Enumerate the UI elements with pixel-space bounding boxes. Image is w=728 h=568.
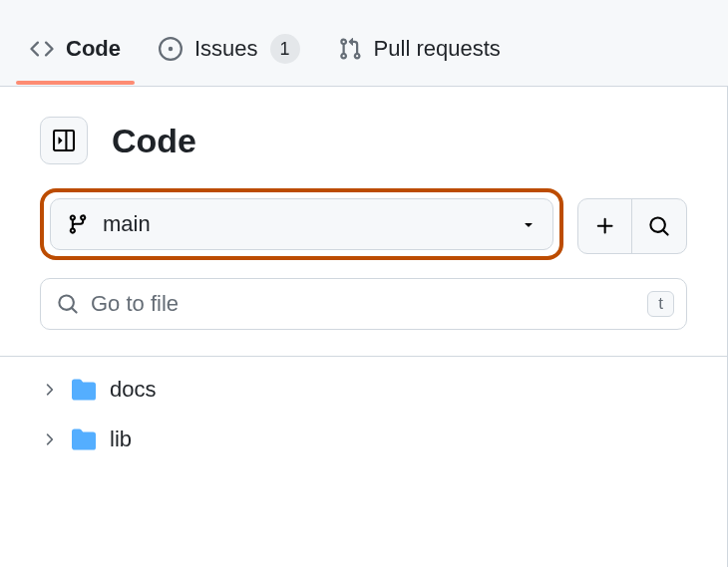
branch-name: main	[103, 211, 507, 237]
sidebar-collapse-icon	[53, 130, 75, 151]
search-placeholder: Go to file	[91, 291, 635, 317]
tab-code[interactable]: Code	[26, 20, 125, 84]
pull-request-icon	[338, 37, 362, 61]
tree-item-label: docs	[110, 377, 156, 403]
branch-select-button[interactable]: main	[50, 198, 553, 250]
tab-issues[interactable]: Issues 1	[155, 18, 304, 86]
file-actions-group	[577, 198, 687, 254]
search-repo-button[interactable]	[632, 199, 686, 253]
search-shortcut-key: t	[647, 291, 674, 317]
triangle-down-icon	[521, 216, 537, 232]
go-to-file-input[interactable]: Go to file t	[40, 278, 687, 330]
repo-tabs: Code Issues 1 Pull requests	[0, 0, 728, 87]
issues-count-badge: 1	[270, 34, 300, 64]
chevron-right-icon	[40, 430, 58, 448]
add-file-button[interactable]	[578, 199, 632, 253]
tree-row[interactable]: lib	[0, 415, 727, 464]
git-branch-icon	[67, 213, 89, 235]
tab-code-label: Code	[66, 36, 121, 62]
header-row: Code	[40, 117, 687, 164]
main-panel: Code main Go to file t docs	[0, 87, 728, 567]
tree-row[interactable]: docs	[0, 365, 727, 415]
tree-item-label: lib	[110, 426, 132, 452]
issue-icon	[159, 37, 182, 61]
plus-icon	[594, 215, 616, 237]
controls-row: main	[40, 188, 687, 260]
page-title: Code	[112, 122, 196, 160]
search-icon	[648, 215, 670, 237]
code-icon	[30, 37, 54, 61]
sidebar-toggle-button[interactable]	[40, 117, 88, 164]
tab-issues-label: Issues	[194, 36, 258, 62]
folder-icon	[72, 378, 96, 402]
tab-pull-requests[interactable]: Pull requests	[334, 20, 505, 84]
folder-icon	[72, 427, 96, 451]
branch-select-highlight: main	[40, 188, 563, 260]
chevron-right-icon	[40, 381, 58, 399]
file-tree: docs lib	[0, 356, 727, 472]
tab-pulls-label: Pull requests	[374, 36, 501, 62]
search-icon	[57, 293, 79, 315]
